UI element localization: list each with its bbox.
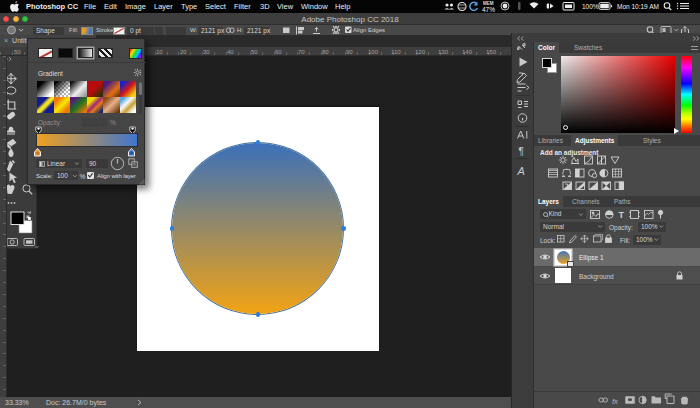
svg-text:100%: 100% xyxy=(582,3,599,10)
svg-text:47%: 47% xyxy=(482,6,495,13)
svg-text:Mon 10:19 AM: Mon 10:19 AM xyxy=(617,3,659,10)
svg-text:A: A xyxy=(517,165,525,177)
svg-text:fx: fx xyxy=(612,397,618,406)
svg-text:T: T xyxy=(619,210,625,220)
svg-text:¶: ¶ xyxy=(519,146,524,157)
